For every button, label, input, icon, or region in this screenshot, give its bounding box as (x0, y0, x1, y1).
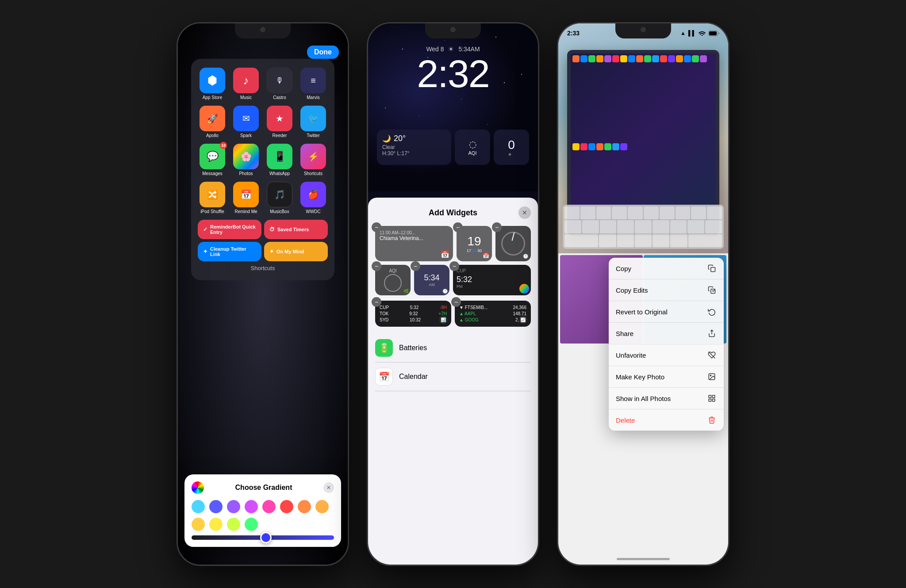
color-dot-lightyellow[interactable] (209, 518, 223, 531)
app-icon-apollo[interactable]: 🚀 Apollo (198, 106, 227, 138)
color-dot-yellowgreen[interactable] (227, 518, 240, 531)
brightness-icon: ☀ (508, 152, 515, 157)
calendar-list-icon: 📅 (375, 368, 393, 386)
copy-label: Copy (616, 265, 631, 272)
app-icon-messages[interactable]: 💬 10 Messages (198, 144, 227, 176)
world-clock-widget[interactable]: − CUP 5:32 PM (453, 265, 531, 295)
copy-icon (707, 263, 717, 273)
ctx-unfavorite[interactable]: Unfavorite (609, 344, 724, 366)
photo-background (558, 23, 728, 253)
app-icon-shortcuts[interactable]: ⚡ Shortcuts (299, 144, 328, 176)
color-dot-red[interactable] (280, 500, 293, 513)
app-icon-remindme[interactable]: 📅 Remind Me (231, 182, 261, 214)
app-icon-reeder[interactable]: ★ Reeder (265, 106, 294, 138)
widget-preview-row2: − AQI 🌿 − 5:34 AM 🕐 − C (375, 265, 531, 295)
add-widgets-close-button[interactable]: ✕ (518, 206, 531, 219)
aqi-widget[interactable]: ◌ AQI (455, 130, 490, 165)
whatsapp-icon: 📱 (267, 144, 292, 169)
widget-cleanup[interactable]: ✦ Cleanup Twitter Link (198, 242, 261, 261)
app-icon-appstore[interactable]: A App Store (198, 68, 227, 100)
color-dot-pink[interactable] (262, 500, 276, 513)
finance-row2: ▲ AAPL148.71 (459, 311, 526, 316)
aqi-small-label: AQI (389, 268, 396, 273)
minus-btn-stocks[interactable]: − (372, 297, 381, 307)
app-icon-marvis[interactable]: ≡ Marvis (299, 68, 328, 100)
ctx-copy[interactable]: Copy (609, 258, 724, 279)
app-icon-twitter[interactable]: 🐦 Twitter (299, 106, 328, 138)
ctx-revert[interactable]: Revert to Original (609, 301, 724, 323)
ctx-make-key[interactable]: Make Key Photo (609, 366, 724, 388)
color-dot-cyan[interactable] (192, 500, 205, 513)
ctx-share[interactable]: Share (609, 323, 724, 344)
app-icon-spark[interactable]: ✉ Spark (231, 106, 261, 138)
app-icon-musicbox[interactable]: 🎵 MusicBox (265, 182, 294, 214)
minus-btn-time-am[interactable]: − (411, 261, 420, 271)
widget-list-calendar[interactable]: 📅 Calendar (375, 363, 531, 391)
minus-btn-cal-event[interactable]: − (372, 222, 381, 232)
brightness-widget[interactable]: 0 ☀ (494, 130, 529, 165)
gradient-slider-thumb[interactable] (260, 532, 272, 543)
app-icon-whatsapp[interactable]: 📱 WhatsApp (265, 144, 294, 176)
time-am-widget[interactable]: − 5:34 AM 🕐 (414, 265, 449, 295)
reeder-icon: ★ (267, 106, 292, 131)
widget-onmymind[interactable]: ✦ On My Mind (264, 242, 328, 261)
widget-list-batteries[interactable]: 🔋 Batteries (375, 334, 531, 363)
minus-btn-aqi[interactable]: − (372, 261, 381, 271)
shortcuts-widgets: ✓ ReminderBot Quick Entry ⏱ Saved Timers… (198, 220, 328, 261)
minus-btn-clock[interactable]: − (492, 222, 502, 232)
svg-rect-9 (709, 395, 711, 397)
reminderbot-label: ReminderBot Quick Entry (210, 224, 256, 235)
location-icon: ▲ (680, 30, 686, 36)
color-dot-purple[interactable] (227, 500, 240, 513)
aqi-label: AQI (468, 150, 477, 156)
photos-label: Photos (239, 171, 253, 176)
svg-rect-11 (709, 399, 711, 401)
weather-temp: 20° (394, 134, 406, 143)
lockscreen-big-time: 2:32 (368, 54, 538, 93)
widget-reminderbot[interactable]: ✓ ReminderBot Quick Entry (198, 220, 261, 239)
color-dot-salmon[interactable] (298, 500, 311, 513)
color-dot-violet[interactable] (245, 500, 258, 513)
app-icon-wwdc[interactable]: 🍎 WWDC (299, 182, 328, 214)
color-dot-blue[interactable] (209, 500, 223, 513)
gradient-slider[interactable] (192, 535, 334, 540)
calendar-mini-icon: 📅 (441, 250, 449, 259)
time-am-badge: 🕐 (442, 289, 448, 294)
widget-saved-timers[interactable]: ⏱ Saved Timers (264, 220, 328, 239)
unfavorite-label: Unfavorite (616, 351, 646, 359)
marvis-label: Marvis (307, 95, 319, 100)
calendar-event-widget[interactable]: − 11:00 AM–12:00... Chiama Veterina... 📅 (375, 226, 453, 261)
cleanup-label: Cleanup Twitter Link (210, 246, 256, 257)
add-widgets-sheet: Add Widgets ✕ − 11:00 AM–12:00... Chiama… (368, 198, 538, 565)
stocks-widget[interactable]: − CUP5:32-9H TOK9:32+7H SYD10:32+8 📊 (375, 301, 451, 327)
minus-btn-world[interactable]: − (449, 261, 459, 271)
unfavorite-icon (707, 350, 717, 360)
minus-btn-cal-mini[interactable]: − (453, 222, 463, 232)
svg-text:A: A (211, 77, 214, 83)
weather-widget[interactable]: 🌙 20° Clear H:30° L:17° (377, 130, 451, 165)
brightness-value: 0 (508, 138, 515, 152)
messages-label: Messages (202, 171, 223, 176)
done-button[interactable]: Done (307, 46, 339, 59)
shortcuts-icon: ⚡ (300, 144, 326, 169)
app-icon-music[interactable]: ♪ Music (231, 68, 261, 100)
clock-widget[interactable]: − 🕐 (495, 226, 531, 261)
app-icon-photos[interactable]: 🌸 Photos (231, 144, 261, 176)
app-icon-castro[interactable]: 🎙 Castro (265, 68, 294, 100)
finance-widget[interactable]: − ▼ FTSEMIB...24,366 ▲ AAPL148.71 ▲ GOOG… (455, 301, 531, 327)
moon-icon: 🌙 (382, 134, 391, 143)
musicbox-label: MusicBox (270, 209, 289, 214)
ctx-copy-edits[interactable]: Copy Edits (609, 279, 724, 301)
batteries-icon: 🔋 (375, 339, 393, 357)
color-dot-green[interactable] (245, 518, 258, 531)
minus-btn-finance[interactable]: − (451, 297, 461, 307)
ctx-show-all-photos[interactable]: Show in All Photos (609, 388, 724, 409)
aqi-small-widget[interactable]: − AQI 🌿 (375, 265, 411, 295)
color-dot-yellow[interactable] (192, 518, 205, 531)
shortcuts-label: Shortcuts (304, 171, 322, 176)
calendar-mini-widget[interactable]: − 19 171930 📅 (457, 226, 492, 261)
app-icon-shuffle[interactable]: 🔀 iPod Shuffle (198, 182, 227, 214)
gradient-close-button[interactable]: ✕ (323, 482, 334, 493)
ctx-delete[interactable]: Delete (609, 409, 724, 431)
color-dot-orange[interactable] (315, 500, 329, 513)
